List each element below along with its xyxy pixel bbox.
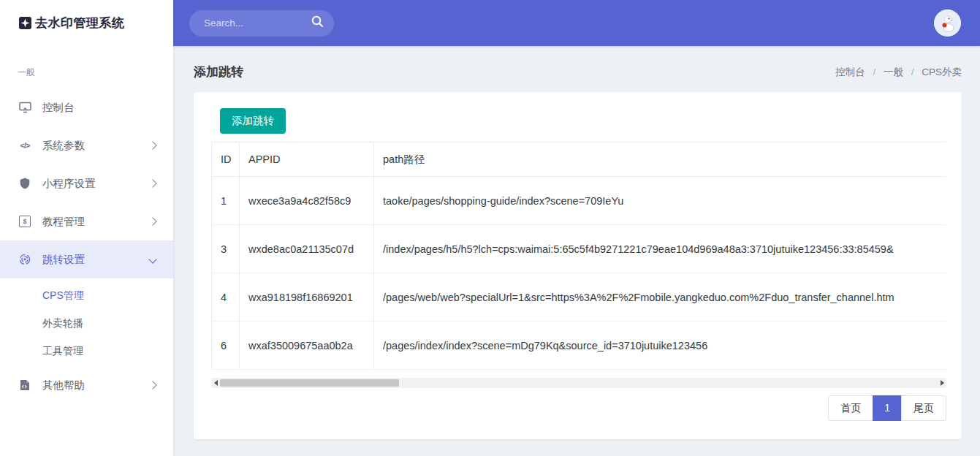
table-row: 6 wxaf35009675aa0b2a /pages/index/index?… — [212, 322, 947, 370]
cell-appid: wxa918198f16869201 — [240, 273, 374, 322]
sidebar-item-tutorial-management[interactable]: $ 教程管理 — [0, 202, 173, 240]
cell-path: /index/pages/h5/h5?lch=cps:waimai:5:65c5… — [374, 225, 947, 273]
sidebar-item-label: 小程序设置 — [42, 177, 150, 191]
pagination-first-button[interactable]: 首页 — [828, 395, 873, 421]
sidebar-submenu: CPS管理 外卖轮播 工具管理 — [0, 278, 173, 366]
sidebar-item-system-params[interactable]: </> 系统参数 — [0, 126, 173, 164]
cell-appid: wxaf35009675aa0b2a — [240, 322, 374, 370]
cell-path: taoke/pages/shopping-guide/index?scene=7… — [374, 177, 947, 225]
sidebar-item-label: 教程管理 — [42, 215, 150, 229]
sidebar-menu: 控制台 </> 系统参数 小程序设置 $ 教程管理 — [0, 88, 173, 404]
search-input[interactable] — [202, 17, 305, 29]
search-icon[interactable] — [311, 15, 324, 31]
breadcrumb-item-general[interactable]: 一般 — [884, 66, 903, 77]
scroll-left-arrow[interactable] — [211, 378, 220, 388]
brand-logo-icon — [18, 16, 32, 30]
menu-section-label: 一般 — [0, 46, 173, 84]
table-row: 3 wxde8ac0a21135c07d /index/pages/h5/h5?… — [212, 225, 947, 273]
add-redirect-button[interactable]: 添加跳转 — [220, 108, 286, 134]
main-content: 添加跳转 控制台 / 一般 / CPS外卖 添加跳转 ID APPID path… — [173, 46, 980, 456]
topbar — [173, 0, 980, 46]
table-row: 1 wxece3a9a4c82f58c9 taoke/pages/shoppin… — [212, 177, 947, 225]
cell-id: 6 — [212, 322, 240, 370]
redirect-table: ID APPID path路径 1 wxece3a9a4c82f58c9 tao… — [211, 142, 946, 370]
cell-path: /pages/index/index?scene=mDg79Kq&source_… — [374, 322, 947, 370]
sidebar-item-miniprogram-settings[interactable]: 小程序设置 — [0, 164, 173, 202]
cell-id: 3 — [212, 225, 240, 273]
column-header-path: path路径 — [374, 142, 947, 177]
brand: 去水印管理系统 — [0, 0, 173, 46]
cell-path: /pages/web/web?specialUrl=1&src=https%3A… — [374, 273, 947, 322]
chevron-right-icon — [148, 179, 156, 187]
sidebar-item-label: 跳转设置 — [42, 253, 150, 267]
page-title: 添加跳转 — [194, 64, 243, 80]
sidebar-item-console[interactable]: 控制台 — [0, 88, 173, 126]
cell-appid: wxde8ac0a21135c07d — [240, 225, 374, 273]
avatar[interactable] — [934, 10, 961, 37]
table-header-row: ID APPID path路径 — [212, 142, 947, 177]
content-card: 添加跳转 ID APPID path路径 1 wxece3a9a4c82f58c… — [194, 92, 962, 439]
dollar-square-icon: $ — [18, 216, 32, 227]
table-row: 4 wxa918198f16869201 /pages/web/web?spec… — [212, 273, 947, 322]
breadcrumb-item-cps-waimai: CPS外卖 — [922, 66, 962, 77]
column-header-appid: APPID — [240, 142, 374, 177]
cell-appid: wxece3a9a4c82f58c9 — [240, 177, 374, 225]
breadcrumb-separator: / — [911, 66, 914, 77]
sidebar-subitem-waimai-carousel[interactable]: 外卖轮播 — [0, 309, 173, 337]
breadcrumb: 控制台 / 一般 / CPS外卖 — [835, 66, 962, 79]
file-code-icon — [18, 379, 32, 391]
cell-id: 4 — [212, 273, 240, 322]
sidebar-item-redirect-settings[interactable]: 跳转设置 — [0, 240, 173, 278]
sidebar-item-label: 控制台 — [42, 101, 156, 115]
shield-icon — [18, 178, 32, 189]
chevron-down-icon — [148, 255, 156, 263]
sidebar: 去水印管理系统 一般 控制台 </> 系统参数 — [0, 0, 173, 456]
sidebar-subitem-tool-management[interactable]: 工具管理 — [0, 337, 173, 365]
chevron-right-icon — [148, 381, 156, 389]
horizontal-scrollbar[interactable] — [211, 378, 946, 388]
code-icon: </> — [18, 141, 32, 150]
sidebar-item-label: 其他帮助 — [42, 379, 150, 392]
column-header-id: ID — [212, 142, 240, 177]
breadcrumb-item-console[interactable]: 控制台 — [835, 66, 865, 77]
chevron-right-icon — [148, 217, 156, 225]
fingerprint-icon — [18, 254, 32, 265]
table-wrapper: ID APPID path路径 1 wxece3a9a4c82f58c9 tao… — [211, 142, 946, 370]
scrollbar-thumb[interactable] — [220, 379, 399, 387]
page-header: 添加跳转 控制台 / 一般 / CPS外卖 — [173, 46, 980, 80]
sidebar-item-other-help[interactable]: 其他帮助 — [0, 366, 173, 404]
monitor-icon — [18, 102, 32, 113]
pagination: 首页 1 尾页 — [211, 395, 946, 421]
chevron-right-icon — [148, 141, 156, 149]
brand-title: 去水印管理系统 — [35, 15, 125, 31]
breadcrumb-separator: / — [873, 66, 875, 77]
scroll-right-arrow[interactable] — [938, 378, 946, 388]
pagination-page-1[interactable]: 1 — [873, 395, 902, 421]
cell-id: 1 — [212, 177, 240, 225]
pagination-last-button[interactable]: 尾页 — [901, 395, 946, 421]
avatar-image — [934, 10, 961, 37]
sidebar-subitem-cps-management[interactable]: CPS管理 — [0, 281, 173, 309]
search-box[interactable] — [189, 10, 334, 37]
sidebar-item-label: 系统参数 — [42, 139, 150, 153]
